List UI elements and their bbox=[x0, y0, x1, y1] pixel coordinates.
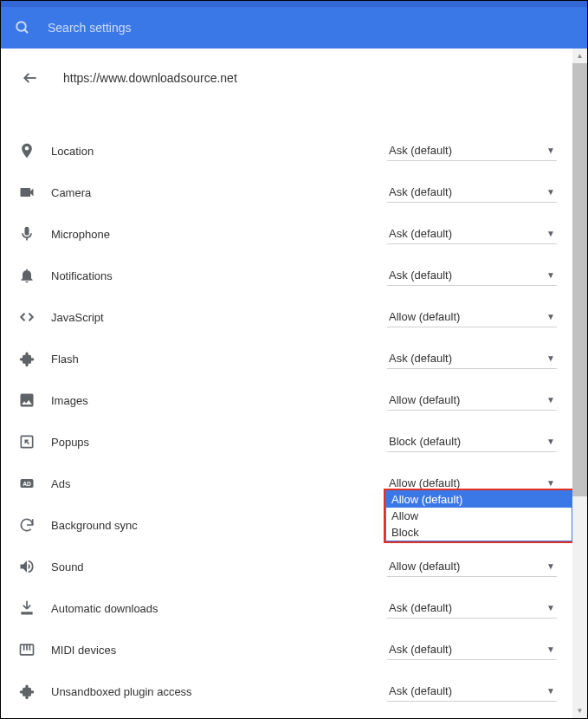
sync-icon bbox=[16, 515, 37, 535]
chevron-down-icon: ▼ bbox=[546, 561, 555, 571]
image-icon bbox=[16, 390, 37, 411]
setting-row-midi-devices: MIDI devicesAsk (default)▼ bbox=[16, 629, 557, 670]
dropdown-value: Ask (default) bbox=[389, 185, 452, 198]
puzzle-icon bbox=[16, 348, 37, 369]
setting-label: Popups bbox=[51, 436, 387, 449]
setting-row-images: ImagesAllow (default)▼ bbox=[16, 379, 557, 421]
setting-label: Automatic downloads bbox=[51, 602, 387, 615]
dropdown-value: Ask (default) bbox=[389, 227, 452, 240]
svg-text:AD: AD bbox=[23, 481, 31, 487]
dropdown-midi-devices[interactable]: Ask (default)▼ bbox=[387, 639, 557, 660]
chevron-down-icon: ▼ bbox=[546, 187, 555, 197]
settings-list: LocationAsk (default)▼CameraAsk (default… bbox=[1, 95, 572, 712]
dropdown-automatic-downloads[interactable]: Ask (default)▼ bbox=[387, 598, 557, 619]
chevron-down-icon: ▼ bbox=[546, 312, 555, 321]
setting-row-flash: FlashAsk (default)▼ bbox=[16, 338, 557, 379]
scrollbar[interactable]: ▲ ▼ bbox=[572, 49, 587, 718]
setting-row-notifications: NotificationsAsk (default)▼ bbox=[16, 255, 557, 296]
code-icon bbox=[16, 307, 37, 327]
scrollbar-up-icon[interactable]: ▲ bbox=[572, 49, 587, 63]
dropdown-location[interactable]: Ask (default)▼ bbox=[387, 140, 557, 161]
dropdown-sound[interactable]: Allow (default)▼ bbox=[387, 556, 557, 577]
dropdown-value: Ask (default) bbox=[389, 601, 452, 614]
svg-rect-7 bbox=[22, 612, 32, 614]
search-input[interactable] bbox=[48, 21, 573, 35]
scrollbar-thumb[interactable] bbox=[572, 63, 587, 496]
dropdown-javascript[interactable]: Allow (default)▼ bbox=[387, 307, 557, 327]
setting-label: Background sync bbox=[51, 519, 387, 532]
page-header: https://www.downloadsource.net bbox=[1, 49, 572, 95]
setting-row-javascript: JavaScriptAllow (default)▼ bbox=[16, 296, 557, 338]
search-bar bbox=[1, 7, 587, 49]
setting-label: Camera bbox=[51, 186, 387, 199]
dropdown-ads[interactable]: Allow (default)▼Allow (default)AllowBloc… bbox=[387, 473, 557, 494]
chevron-down-icon: ▼ bbox=[546, 478, 555, 488]
setting-label: Microphone bbox=[51, 228, 387, 241]
setting-label: MIDI devices bbox=[51, 644, 387, 657]
dropdown-value: Ask (default) bbox=[389, 352, 452, 365]
microphone-icon bbox=[16, 223, 37, 244]
dropdown-option[interactable]: Block bbox=[386, 524, 572, 541]
setting-label: Location bbox=[51, 145, 387, 158]
chevron-down-icon: ▼ bbox=[546, 229, 555, 238]
setting-row-camera: CameraAsk (default)▼ bbox=[16, 172, 557, 213]
svg-point-0 bbox=[16, 22, 26, 31]
dropdown-microphone[interactable]: Ask (default)▼ bbox=[387, 223, 557, 244]
dropdown-value: Allow (default) bbox=[389, 476, 460, 489]
dropdown-popups[interactable]: Block (default)▼ bbox=[387, 431, 557, 452]
chevron-down-icon: ▼ bbox=[546, 645, 555, 654]
setting-row-location: LocationAsk (default)▼ bbox=[16, 130, 557, 172]
camera-icon bbox=[16, 182, 37, 203]
setting-label: Notifications bbox=[51, 269, 387, 282]
setting-row-microphone: MicrophoneAsk (default)▼ bbox=[16, 213, 557, 255]
setting-label: Sound bbox=[51, 560, 387, 573]
dropdown-images[interactable]: Allow (default)▼ bbox=[387, 390, 557, 411]
sound-icon bbox=[16, 556, 37, 577]
dropdown-value: Ask (default) bbox=[389, 684, 452, 697]
dropdown-option[interactable]: Allow (default) bbox=[386, 491, 572, 508]
chevron-down-icon: ▼ bbox=[546, 395, 555, 405]
dropdown-camera[interactable]: Ask (default)▼ bbox=[387, 182, 557, 203]
bell-icon bbox=[16, 265, 37, 286]
dropdown-unsandboxed-plugin-access[interactable]: Ask (default)▼ bbox=[387, 681, 557, 702]
dropdown-value: Allow (default) bbox=[389, 310, 460, 323]
midi-icon bbox=[16, 639, 37, 660]
scrollbar-down-icon[interactable]: ▼ bbox=[572, 703, 587, 718]
dropdown-value: Allow (default) bbox=[389, 560, 460, 573]
chevron-down-icon: ▼ bbox=[546, 270, 555, 280]
dropdown-value: Allow (default) bbox=[389, 393, 460, 406]
chevron-down-icon: ▼ bbox=[546, 603, 555, 612]
setting-label: Flash bbox=[51, 353, 387, 366]
back-arrow-icon[interactable] bbox=[22, 69, 39, 87]
setting-label: Unsandboxed plugin access bbox=[51, 685, 387, 698]
setting-row-ads: ADAdsAllow (default)▼Allow (default)Allo… bbox=[16, 463, 557, 504]
dropdown-option[interactable]: Allow bbox=[386, 508, 572, 524]
dropdown-menu-ads: Allow (default)AllowBlock bbox=[385, 490, 572, 541]
puzzle-icon bbox=[16, 681, 37, 702]
location-icon bbox=[16, 140, 37, 161]
popup-icon bbox=[16, 431, 37, 452]
dropdown-value: Ask (default) bbox=[389, 269, 452, 282]
setting-label: JavaScript bbox=[51, 311, 387, 324]
chevron-down-icon: ▼ bbox=[546, 146, 555, 155]
dropdown-notifications[interactable]: Ask (default)▼ bbox=[387, 265, 557, 286]
dropdown-value: Block (default) bbox=[389, 435, 461, 448]
setting-row-popups: PopupsBlock (default)▼ bbox=[16, 421, 557, 463]
dropdown-value: Ask (default) bbox=[389, 144, 452, 157]
setting-label: Ads bbox=[51, 477, 387, 490]
ad-icon: AD bbox=[16, 473, 37, 494]
setting-row-automatic-downloads: Automatic downloadsAsk (default)▼ bbox=[16, 587, 557, 629]
dropdown-value: Ask (default) bbox=[389, 643, 452, 656]
setting-row-sound: SoundAllow (default)▼ bbox=[16, 546, 557, 587]
download-icon bbox=[16, 598, 37, 619]
chevron-down-icon: ▼ bbox=[546, 437, 555, 446]
chevron-down-icon: ▼ bbox=[546, 686, 555, 696]
chevron-down-icon: ▼ bbox=[546, 353, 555, 363]
page-title: https://www.downloadsource.net bbox=[63, 71, 237, 85]
dropdown-flash[interactable]: Ask (default)▼ bbox=[387, 348, 557, 369]
setting-label: Images bbox=[51, 394, 387, 407]
top-accent-bar bbox=[1, 1, 587, 7]
svg-line-1 bbox=[24, 29, 28, 33]
setting-row-unsandboxed-plugin-access: Unsandboxed plugin accessAsk (default)▼ bbox=[16, 670, 557, 712]
search-icon bbox=[15, 20, 30, 36]
